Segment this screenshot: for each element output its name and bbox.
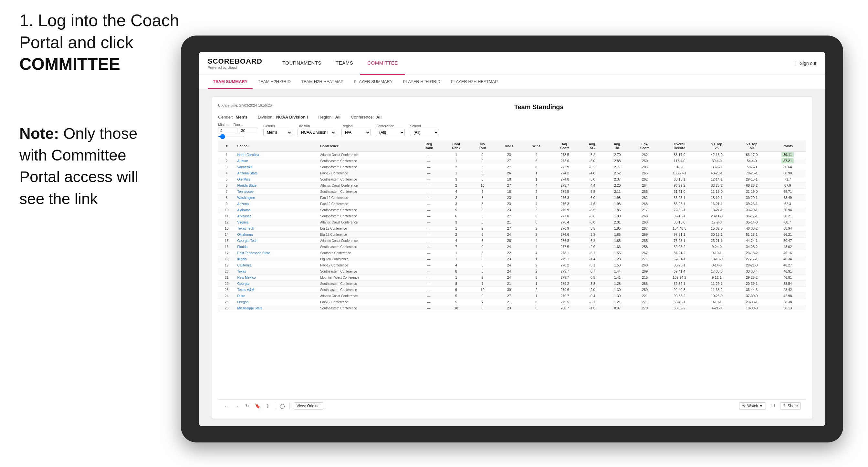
table-cell: 76-26-1 (660, 238, 700, 244)
table-cell: 1 (523, 281, 550, 287)
table-cell: 27 (495, 213, 523, 219)
nav-teams[interactable]: TEAMS (329, 52, 360, 75)
nav-committee[interactable]: COMMITTEE (360, 52, 405, 75)
table-cell: 1.63 (605, 244, 629, 250)
table-cell: 80-25-2 (660, 244, 700, 250)
table-cell: 6 (523, 164, 550, 170)
table-cell[interactable]: Mississippi State (235, 305, 318, 311)
nav-tournaments[interactable]: TOURNAMENTS (275, 52, 329, 75)
table-cell: 67.9 (770, 183, 806, 189)
table-cell: 4 (523, 244, 550, 250)
table-cell[interactable]: Arizona (235, 201, 318, 207)
min-rounds-slider[interactable] (218, 136, 244, 137)
table-cell[interactable]: North Carolina (235, 152, 318, 158)
table-cell: 26 (495, 238, 523, 244)
table-cell: 100-27-1 (660, 170, 700, 176)
table-cell: 9 (470, 158, 495, 164)
min-rounds-input2[interactable] (239, 128, 258, 134)
watch-button[interactable]: 👁 Watch ▼ (739, 402, 766, 409)
table-cell[interactable]: Arkansas (235, 213, 318, 219)
region-select[interactable]: N/A (341, 129, 371, 136)
toolbar-forward-icon[interactable]: → (234, 403, 240, 409)
table-cell[interactable]: Tennessee (235, 189, 318, 195)
table-cell: 91-6-0 (660, 164, 700, 170)
view-original-button[interactable]: View: Original (293, 402, 323, 409)
subnav-team-h2h-heatmap[interactable]: TEAM H2H HEATMAP (296, 75, 348, 89)
th-conference: Conference (318, 141, 415, 152)
table-cell[interactable]: East Tennessee State (235, 250, 318, 256)
table-cell: 16 (218, 244, 235, 250)
table-cell: Pac-12 Conference (318, 262, 415, 269)
table-cell: Pac-12 Conference (318, 299, 415, 305)
tablet-device: SCOREBOARD Powered by clippd TOURNAMENTS… (181, 35, 843, 442)
toolbar-back-icon[interactable]: ← (223, 403, 230, 409)
table-cell: 276.3 (550, 195, 580, 201)
table-cell: 279.7 (550, 293, 580, 299)
update-time-value: 27/03/2024 16:56:26 (239, 103, 272, 107)
table-cell[interactable]: Oklahoma (235, 231, 318, 238)
table-cell: Atlantic Coast Conference (318, 238, 415, 244)
table-cell[interactable]: California (235, 262, 318, 269)
share-icon: ⇧ (783, 404, 786, 408)
toolbar-bookmark-icon[interactable]: 🔖 (254, 403, 261, 409)
table-cell: Pac-12 Conference (318, 201, 415, 207)
share-button[interactable]: ⇧ Share (780, 402, 801, 409)
table-cell: — (415, 183, 442, 189)
table-cell[interactable]: Texas (235, 269, 318, 275)
table-cell[interactable]: Alabama (235, 207, 318, 213)
school-select[interactable]: (All) (410, 129, 439, 136)
toolbar-clock-icon[interactable]: ◯ (279, 403, 285, 409)
table-cell[interactable]: Washington (235, 195, 318, 201)
table-cell: 8 (470, 250, 495, 256)
table-cell[interactable]: Ole Miss (235, 176, 318, 183)
table-cell[interactable]: Virginia (235, 219, 318, 225)
table-cell: 280.7 (550, 305, 580, 311)
table-cell[interactable]: Florida (235, 244, 318, 250)
table-cell[interactable]: Auburn (235, 158, 318, 164)
table-cell: 11-29-1 (699, 281, 734, 287)
table-cell: 59-39-1 (660, 281, 700, 287)
table-cell: 5 (442, 207, 470, 213)
table-cell[interactable]: Florida State (235, 183, 318, 189)
gender-control-label: Gender (263, 124, 292, 128)
table-cell[interactable]: Illinois (235, 256, 318, 262)
table-cell: 1.98 (605, 201, 629, 207)
table-cell: 18 (218, 256, 235, 262)
toolbar-share-icon[interactable]: ⇧ (265, 403, 271, 409)
table-row: 5Ole MissSoutheastern Conference—3618127… (218, 176, 806, 183)
table-cell[interactable]: Georgia Tech (235, 238, 318, 244)
table-cell: 86-25-1 (660, 195, 700, 201)
table-cell[interactable]: New Mexico (235, 275, 318, 281)
table-cell[interactable]: Georgia (235, 281, 318, 287)
table-cell: 203 (630, 164, 660, 170)
table-cell: 23-21-1 (699, 238, 734, 244)
gender-select[interactable]: Men's (263, 129, 292, 136)
table-cell: — (415, 293, 442, 299)
table-cell: 61-21-0 (660, 189, 700, 195)
table-cell: 215 (630, 275, 660, 281)
table-cell: 60.21 (770, 213, 806, 219)
toolbar-refresh-icon[interactable]: ↻ (244, 403, 250, 409)
table-cell: Southeastern Conference (318, 164, 415, 170)
subnav-player-h2h-heatmap[interactable]: PLAYER H2H HEATMAP (445, 75, 503, 89)
table-cell[interactable]: Oregon (235, 299, 318, 305)
table-cell: 271 (630, 256, 660, 262)
table-cell: 3 (442, 176, 470, 183)
table-cell: Big 12 Conference (318, 225, 415, 231)
subnav-team-summary[interactable]: TEAM SUMMARY (208, 75, 253, 89)
subnav-player-summary[interactable]: PLAYER SUMMARY (348, 75, 398, 89)
sign-out-button[interactable]: Sign out (800, 61, 816, 66)
table-cell[interactable]: Arizona State (235, 170, 318, 176)
table-cell[interactable]: Texas A&M (235, 287, 318, 293)
th-wins: Wins (523, 141, 550, 152)
conference-select[interactable]: (All) (376, 129, 405, 136)
subnav-team-h2h-grid[interactable]: TEAM H2H GRID (253, 75, 296, 89)
table-cell[interactable]: Duke (235, 293, 318, 299)
toolbar-expand-icon[interactable]: ❐ (770, 402, 776, 409)
table-cell[interactable]: Vanderbilt (235, 164, 318, 170)
th-avg-sg: Avg.SG (580, 141, 605, 152)
table-cell[interactable]: Texas Tech (235, 225, 318, 231)
min-rounds-input1[interactable] (218, 128, 238, 134)
division-select[interactable]: NCAA Division I (298, 129, 336, 136)
subnav-player-h2h-grid[interactable]: PLAYER H2H GRID (398, 75, 445, 89)
